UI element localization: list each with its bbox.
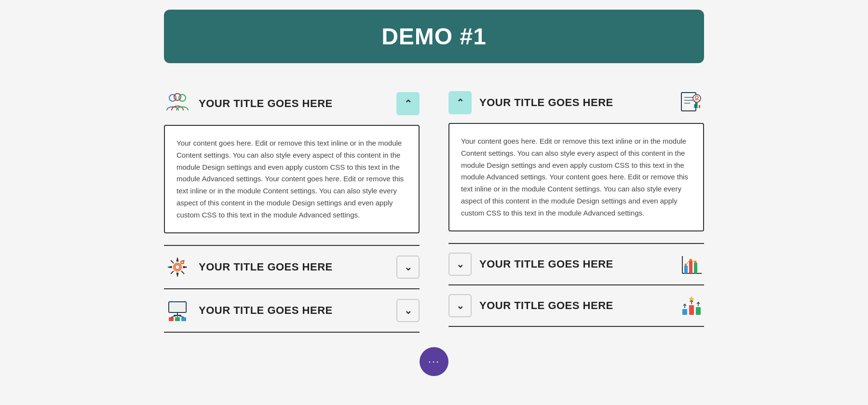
report-icon [679, 90, 704, 115]
svg-point-37 [690, 259, 692, 261]
svg-rect-40 [689, 305, 694, 315]
left-accordion-header-2[interactable]: YOUR TITLE GOES HERE ⌄ [164, 246, 420, 288]
svg-point-36 [685, 264, 687, 266]
svg-rect-13 [170, 303, 185, 311]
chevron-down-icon-r2: ⌄ [456, 258, 464, 270]
page-title: DEMO #1 [193, 23, 675, 50]
left-title-3: YOUR TITLE GOES HERE [199, 304, 389, 317]
svg-rect-34 [689, 261, 692, 273]
svg-rect-18 [181, 317, 186, 321]
left-chevron-2[interactable]: ⌄ [396, 256, 420, 279]
left-chevron-3[interactable]: ⌄ [396, 299, 420, 322]
right-accordion-2: ⌄ YOUR TITLE GOES HERE [448, 244, 704, 285]
right-accordion-header-3[interactable]: ⌄ YOUR TITLE GOES HERE [448, 285, 704, 326]
left-chevron-1[interactable]: ⌃ [396, 92, 420, 115]
svg-rect-29 [696, 102, 698, 108]
right-accordion-header-2[interactable]: ⌄ YOUR TITLE GOES HERE [448, 244, 704, 284]
right-title-2: YOUR TITLE GOES HERE [479, 258, 671, 270]
right-chevron-3[interactable]: ⌄ [448, 294, 472, 317]
left-accordion-3: YOUR TITLE GOES HERE ⌄ [164, 289, 420, 333]
right-content-1: Your content goes here. Edit or remove t… [448, 123, 704, 231]
chat-icon: ··· [428, 355, 440, 368]
header-banner: DEMO #1 [164, 10, 704, 63]
right-title-3: YOUR TITLE GOES HERE [479, 299, 671, 312]
right-chevron-2[interactable]: ⌄ [448, 253, 472, 276]
svg-rect-22 [681, 93, 696, 111]
columns-container: YOUR TITLE GOES HERE ⌃ Your content goes… [164, 82, 704, 333]
right-title-1: YOUR TITLE GOES HERE [479, 96, 671, 109]
svg-rect-30 [699, 105, 700, 108]
chevron-up-icon-r1: ⌃ [456, 97, 464, 108]
svg-rect-41 [696, 307, 701, 315]
growth-icon [679, 293, 704, 318]
svg-rect-33 [684, 266, 688, 273]
svg-point-2 [179, 94, 186, 101]
right-chevron-1[interactable]: ⌃ [448, 91, 472, 114]
chevron-down-icon-3: ⌄ [404, 305, 412, 316]
svg-rect-16 [169, 317, 174, 321]
right-accordion-3: ⌄ YOUR TITLE GOES HERE [448, 285, 704, 327]
svg-line-5 [181, 271, 184, 274]
chevron-down-icon-r3: ⌄ [456, 300, 464, 311]
left-title-2: YOUR TITLE GOES HERE [199, 261, 389, 273]
left-title-1: YOUR TITLE GOES HERE [199, 97, 389, 110]
right-accordion-header-1[interactable]: ⌃ YOUR TITLE GOES HERE [448, 82, 704, 123]
svg-point-8 [175, 265, 180, 270]
left-accordion-header-1[interactable]: YOUR TITLE GOES HERE ⌃ [164, 82, 420, 125]
svg-line-4 [171, 260, 174, 263]
left-column: YOUR TITLE GOES HERE ⌃ Your content goes… [164, 82, 420, 333]
svg-rect-17 [175, 317, 180, 321]
svg-rect-35 [694, 263, 697, 273]
svg-point-38 [694, 261, 697, 263]
right-accordion-1: ⌃ YOUR TITLE GOES HERE [448, 82, 704, 244]
svg-line-7 [171, 271, 174, 274]
svg-point-1 [174, 94, 181, 100]
chat-bubble[interactable]: ··· [420, 347, 448, 376]
left-accordion-1: YOUR TITLE GOES HERE ⌃ Your content goes… [164, 82, 420, 246]
svg-rect-28 [694, 104, 695, 108]
chart-icon [679, 252, 704, 277]
left-content-1: Your content goes here. Edit or remove t… [164, 125, 420, 233]
left-accordion-2: YOUR TITLE GOES HERE ⌄ [164, 246, 420, 289]
people-icon [164, 90, 191, 117]
database-icon [164, 297, 191, 324]
chevron-down-icon: ⌄ [404, 261, 412, 273]
settings-icon [164, 254, 191, 281]
svg-rect-39 [682, 309, 687, 315]
page-wrapper: DEMO #1 [145, 0, 723, 381]
svg-point-0 [169, 94, 176, 101]
right-column: ⌃ YOUR TITLE GOES HERE [448, 82, 704, 333]
left-accordion-header-3[interactable]: YOUR TITLE GOES HERE ⌄ [164, 289, 420, 332]
chevron-up-icon: ⌃ [404, 98, 412, 109]
